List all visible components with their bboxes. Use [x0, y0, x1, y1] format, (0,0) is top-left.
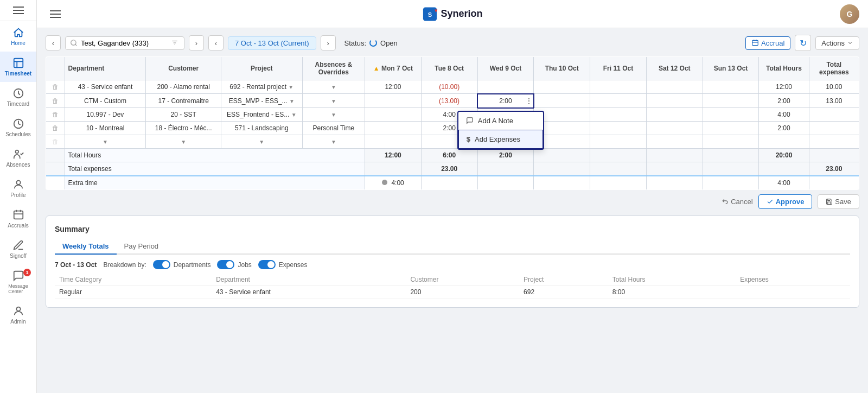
sidebar-item-timesheet[interactable]: Timesheet — [0, 52, 36, 82]
abs-expand-icon[interactable]: ▼ — [331, 112, 336, 118]
sidebar-item-admin[interactable]: Admin — [0, 300, 36, 330]
sun-cell-r1[interactable] — [703, 80, 759, 94]
cancel-button[interactable]: Cancel — [722, 198, 752, 206]
top-hamburger[interactable] — [46, 6, 65, 22]
cust-cell[interactable]: ▼ — [146, 135, 221, 149]
sidebar-item-message-center[interactable]: 1 MessageCenter — [0, 264, 36, 300]
user-avatar[interactable]: G — [840, 4, 859, 24]
expand-icon[interactable]: ▼ — [291, 112, 297, 118]
prev-period-btn[interactable]: ‹ — [208, 35, 224, 50]
total-hours-r5 — [759, 135, 809, 149]
sidebar-item-home[interactable]: Home — [0, 21, 36, 52]
delete-row-btn[interactable]: 🗑 — [52, 97, 59, 105]
tue-cell-r2[interactable]: (13.00) — [421, 94, 477, 108]
summary-tabs: Weekly Totals Pay Period — [55, 239, 850, 255]
svg-point-10 — [71, 40, 76, 45]
dept-cell[interactable]: ▼ — [65, 135, 146, 149]
abs-expand-icon[interactable]: ▼ — [331, 139, 336, 145]
cell-menu-trigger[interactable]: ⋮ — [526, 97, 532, 105]
sidebar-item-profile[interactable]: Profile — [0, 173, 36, 204]
grand-total-hours: 20:00 — [759, 149, 809, 162]
total-exp-r1: 10.00 — [809, 80, 859, 94]
fri-cell-r5[interactable] — [590, 135, 647, 149]
abs-expand-icon[interactable]: ▼ — [331, 98, 336, 104]
sat-cell-r2[interactable] — [646, 94, 703, 108]
dept-expand-icon[interactable]: ▼ — [103, 139, 108, 145]
approve-button[interactable]: Approve — [758, 194, 813, 209]
total-hours-r2: 2:00 — [759, 94, 809, 108]
next-employee-btn[interactable]: › — [189, 35, 204, 50]
hamburger-menu[interactable] — [0, 0, 36, 21]
fri-cell-r2[interactable] — [590, 94, 647, 108]
mon-cell-r4[interactable] — [365, 122, 422, 135]
table-row: 🗑 10.997 - Dev 20 - SST ESS_Frontend - E… — [46, 108, 859, 122]
sun-cell-r5[interactable] — [703, 135, 759, 149]
period-selector[interactable]: 7 Oct - 13 Oct (Current) — [228, 36, 316, 50]
total-tue-expenses: 23.00 — [421, 162, 477, 176]
sat-cell-r3[interactable] — [646, 108, 703, 122]
sidebar-item-timecard[interactable]: Timecard — [0, 82, 36, 112]
thu-cell-r2[interactable] — [534, 94, 590, 108]
sun-cell-r4[interactable] — [703, 122, 759, 135]
next-period-btn[interactable]: › — [321, 35, 336, 50]
actions-button[interactable]: Actions — [815, 36, 859, 50]
sat-cell-r4[interactable] — [646, 122, 703, 135]
total-wed-hours: 2:00 — [477, 149, 534, 162]
sidebar-item-accruals[interactable]: Accruals — [0, 204, 36, 234]
mon-cell-r3[interactable] — [365, 108, 422, 122]
sun-cell-r2[interactable] — [703, 94, 759, 108]
mon-cell-r5[interactable] — [365, 135, 422, 149]
save-button[interactable]: Save — [818, 194, 859, 209]
departments-toggle[interactable] — [153, 260, 170, 269]
thu-cell-r1[interactable] — [534, 80, 590, 94]
sidebar-item-signoff[interactable]: Signoff — [0, 234, 36, 264]
svg-point-4 — [16, 181, 20, 185]
abs-cell[interactable]: ▼ — [302, 135, 365, 149]
tue-cell-r1[interactable]: (10.00) — [421, 80, 477, 94]
sidebar-item-absences[interactable]: Absences — [0, 143, 36, 173]
summary-expenses — [736, 286, 850, 299]
expand-icon[interactable]: ▼ — [288, 84, 293, 90]
add-expenses-menu-item[interactable]: $ Add Expenses — [458, 130, 543, 149]
sidebar-item-schedules[interactable]: Schedules — [0, 112, 36, 143]
delete-row-btn[interactable]: 🗑 — [52, 111, 59, 118]
sat-cell-r1[interactable] — [646, 80, 703, 94]
employee-search-box[interactable] — [65, 36, 184, 50]
cust-cell: 200 - Alamo rental — [146, 80, 221, 94]
sat-cell-r5[interactable] — [646, 135, 703, 149]
th-mon: ▲ Mon 7 Oct — [365, 57, 422, 80]
refresh-button[interactable]: ↻ — [795, 35, 811, 51]
search-icon — [70, 39, 78, 47]
wed-cell-r2[interactable]: 2:00 ⋮ Add A Note $ Add Expenses — [477, 94, 534, 108]
delete-row-btn[interactable]: 🗑 — [52, 83, 59, 91]
note-icon — [466, 117, 474, 124]
cust-expand-icon[interactable]: ▼ — [181, 139, 186, 145]
fri-cell-r4[interactable] — [590, 122, 647, 135]
filter-icon[interactable] — [171, 39, 178, 47]
table-row: 🗑 CTM - Custom 17 - Contremaitre ESS_MVP… — [46, 94, 859, 108]
tab-pay-period[interactable]: Pay Period — [117, 239, 167, 255]
prev-employee-btn[interactable]: ‹ — [46, 35, 61, 50]
tab-weekly-totals[interactable]: Weekly Totals — [55, 239, 117, 255]
summary-th-customer: Customer — [406, 274, 519, 286]
accrual-button[interactable]: Accrual — [745, 36, 790, 50]
mon-cell-r1[interactable]: 12:00 — [365, 80, 422, 94]
add-note-menu-item[interactable]: Add A Note — [458, 112, 543, 130]
sun-cell-r3[interactable] — [703, 108, 759, 122]
th-fri: Fri 11 Oct — [590, 57, 647, 80]
wed-cell-r1[interactable] — [477, 80, 534, 94]
th-department: Department — [65, 57, 146, 80]
employee-search-input[interactable] — [81, 39, 168, 47]
total-sat-hours — [646, 149, 703, 162]
proj-cell[interactable]: ▼ — [221, 135, 302, 149]
jobs-toggle[interactable] — [217, 260, 234, 269]
fri-cell-r3[interactable] — [590, 108, 647, 122]
expenses-toggle[interactable] — [258, 260, 276, 269]
fri-cell-r1[interactable] — [590, 80, 647, 94]
proj-expand-icon[interactable]: ▼ — [259, 139, 264, 145]
mon-cell-r2[interactable] — [365, 94, 422, 108]
delete-row-btn[interactable]: 🗑 — [52, 138, 59, 145]
abs-expand-icon[interactable]: ▼ — [331, 84, 336, 90]
expand-icon[interactable]: ▼ — [289, 98, 295, 104]
delete-row-btn[interactable]: 🗑 — [52, 124, 59, 132]
